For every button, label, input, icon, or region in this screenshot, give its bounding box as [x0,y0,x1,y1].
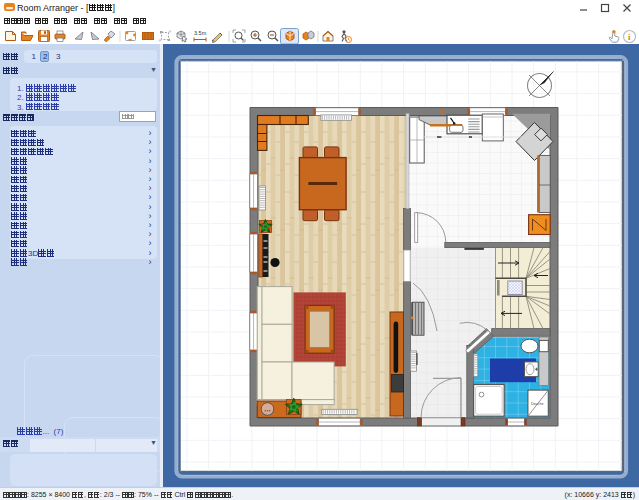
svg-text:3.5m: 3.5m [194,30,207,36]
svg-text:Douche: Douche [531,402,543,406]
